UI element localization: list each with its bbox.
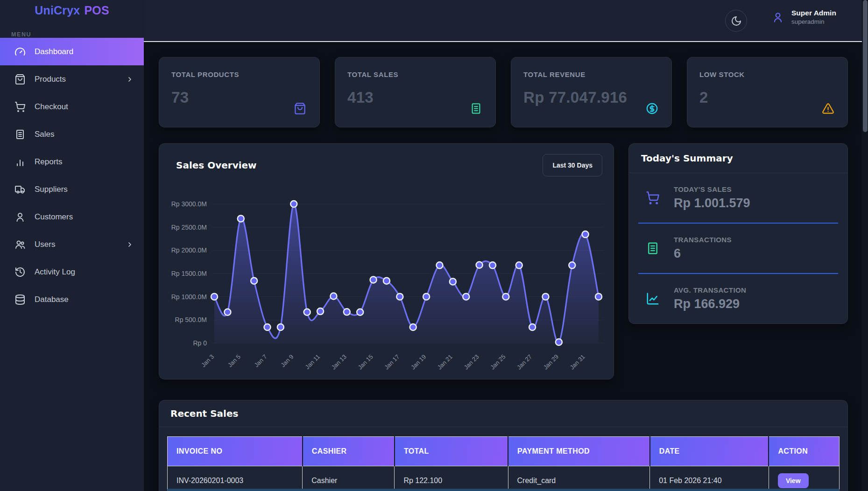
- menu-section-label: MENU: [11, 31, 144, 38]
- svg-text:Jan 23: Jan 23: [462, 353, 480, 371]
- view-button[interactable]: View: [778, 473, 809, 488]
- recent-sales-title: Recent Sales: [159, 400, 847, 427]
- column-header-payment-method: PAYMENT METHOD: [508, 437, 650, 466]
- summary-value: 6: [674, 246, 732, 261]
- stat-card-low-stock: LOW STOCK 2: [687, 57, 848, 127]
- svg-text:Jan 13: Jan 13: [330, 353, 348, 371]
- svg-text:Rp 2000.0M: Rp 2000.0M: [171, 246, 207, 254]
- svg-text:Rp 2500.0M: Rp 2500.0M: [171, 224, 207, 231]
- svg-text:Jan 31: Jan 31: [569, 353, 586, 371]
- sidebar-item-dashboard[interactable]: Dashboard: [0, 38, 144, 65]
- summary-value: Rp 1.001.579: [674, 196, 750, 210]
- sidebar-item-label: Reports: [35, 157, 63, 167]
- shopping-cart-icon: [14, 101, 26, 112]
- user-role: superadmin: [791, 18, 836, 26]
- svg-text:Jan 3: Jan 3: [200, 353, 215, 369]
- svg-text:Rp 1500.0M: Rp 1500.0M: [171, 270, 207, 277]
- sales-overview-card: Sales Overview Last 30 Days Rp 3000.0MRp…: [159, 143, 614, 379]
- bar-chart-icon: [14, 156, 26, 168]
- gauge-icon: [14, 46, 26, 57]
- vertical-scrollbar-thumb[interactable]: [863, 0, 868, 132]
- truck-icon: [14, 184, 26, 195]
- stat-value: 2: [699, 89, 835, 106]
- sidebar-item-sales[interactable]: Sales: [0, 120, 144, 148]
- sidebar-item-label: Suppliers: [35, 185, 68, 194]
- summary-label: TRANSACTIONS: [674, 236, 732, 244]
- stat-value: 73: [171, 89, 307, 106]
- database-icon: [14, 294, 26, 305]
- svg-text:Jan 29: Jan 29: [542, 353, 560, 371]
- svg-text:Jan 17: Jan 17: [383, 353, 401, 371]
- user-icon: [14, 211, 26, 223]
- warning-triangle-icon: [822, 102, 834, 115]
- stat-label: TOTAL REVENUE: [523, 70, 659, 78]
- sidebar-item-activity-log[interactable]: Activity Log: [0, 258, 144, 286]
- person-icon: [772, 11, 784, 23]
- stat-card-total-revenue: TOTAL REVENUE Rp 77.047.916: [511, 57, 672, 127]
- table-header-row: INVOICE NO CASHIER TOTAL PAYMENT METHOD …: [168, 437, 840, 466]
- svg-text:Rp 0: Rp 0: [193, 339, 207, 347]
- logo-part-2: POS: [84, 4, 109, 17]
- summary-label: TODAY'S SALES: [674, 185, 750, 193]
- pos-dashboard: UniCryx POS MENU Dashboard Products Chec…: [0, 0, 868, 491]
- chevron-right-icon: [126, 76, 134, 83]
- sidebar-item-suppliers[interactable]: Suppliers: [0, 175, 144, 203]
- sidebar-item-label: Checkout: [35, 102, 68, 112]
- horizontal-scrollbar[interactable]: [167, 489, 840, 491]
- svg-text:Rp 3000.0M: Rp 3000.0M: [171, 200, 207, 208]
- svg-text:Rp 1000.0M: Rp 1000.0M: [171, 293, 207, 301]
- user-menu[interactable]: Super Admin superadmin: [772, 8, 836, 26]
- recent-sales-card: Recent Sales INVOICE NO CASHIER TOTAL PA…: [159, 400, 848, 491]
- svg-text:Jan 25: Jan 25: [489, 353, 507, 371]
- column-header-date: DATE: [650, 437, 769, 466]
- cell-total: Rp 122.100: [395, 466, 508, 491]
- dollar-circle-icon: [646, 102, 658, 115]
- cell-cashier: Cashier: [303, 466, 395, 491]
- moon-icon: [731, 15, 742, 27]
- sidebar-item-products[interactable]: Products: [0, 65, 144, 93]
- logo-part-1: UniCryx: [35, 4, 80, 17]
- column-header-action: ACTION: [769, 437, 839, 466]
- cell-date: 01 Feb 2026 21:40: [650, 466, 769, 491]
- history-icon: [14, 267, 26, 278]
- recent-sales-table: INVOICE NO CASHIER TOTAL PAYMENT METHOD …: [167, 436, 840, 491]
- theme-toggle-button[interactable]: [725, 10, 747, 32]
- column-header-cashier: CASHIER: [303, 437, 395, 466]
- sidebar-item-label: Database: [35, 295, 69, 304]
- summary-row-todays-sales: TODAY'S SALES Rp 1.001.579: [629, 173, 847, 223]
- receipt-icon: [646, 241, 660, 255]
- sidebar-item-label: Products: [35, 75, 66, 84]
- vertical-scrollbar-track[interactable]: [862, 0, 868, 491]
- shopping-bag-icon: [294, 102, 306, 115]
- svg-text:Rp 500.0M: Rp 500.0M: [175, 316, 207, 323]
- table-row: INV-20260201-0003 Cashier Rp 122.100 Cre…: [168, 466, 840, 491]
- sales-line-chart: Rp 3000.0MRp 2500.0MRp 2000.0MRp 1500.0M…: [159, 144, 614, 380]
- sidebar-item-label: Users: [35, 240, 55, 249]
- svg-text:Jan 9: Jan 9: [279, 353, 295, 369]
- shopping-cart-icon: [646, 191, 660, 205]
- cell-invoice: INV-20260201-0003: [168, 466, 303, 491]
- trend-line-icon: [646, 292, 660, 306]
- receipt-icon: [470, 102, 482, 115]
- svg-text:Jan 5: Jan 5: [226, 353, 242, 369]
- sidebar-item-label: Customers: [35, 212, 73, 222]
- svg-text:Jan 21: Jan 21: [436, 353, 454, 371]
- svg-text:Jan 19: Jan 19: [409, 353, 427, 371]
- svg-text:Jan 7: Jan 7: [253, 353, 268, 369]
- stat-label: TOTAL SALES: [347, 70, 483, 78]
- summary-label: AVG. TRANSACTION: [674, 286, 746, 294]
- shopping-bag-icon: [14, 74, 26, 85]
- sidebar: UniCryx POS MENU Dashboard Products Chec…: [0, 0, 144, 491]
- sidebar-item-customers[interactable]: Customers: [0, 203, 144, 231]
- cell-payment: Credit_card: [508, 466, 650, 491]
- sidebar-item-database[interactable]: Database: [0, 286, 144, 313]
- sidebar-item-checkout[interactable]: Checkout: [0, 93, 144, 120]
- sidebar-item-users[interactable]: Users: [0, 231, 144, 258]
- stat-label: LOW STOCK: [699, 70, 835, 78]
- sidebar-item-reports[interactable]: Reports: [0, 148, 144, 175]
- summary-row-transactions: TRANSACTIONS 6: [629, 224, 847, 273]
- app-logo: UniCryx POS: [0, 0, 144, 17]
- summary-value: Rp 166.929: [674, 297, 746, 311]
- todays-summary-card: Today's Summary TODAY'S SALES Rp 1.001.5…: [628, 143, 848, 324]
- sidebar-item-label: Sales: [35, 130, 55, 139]
